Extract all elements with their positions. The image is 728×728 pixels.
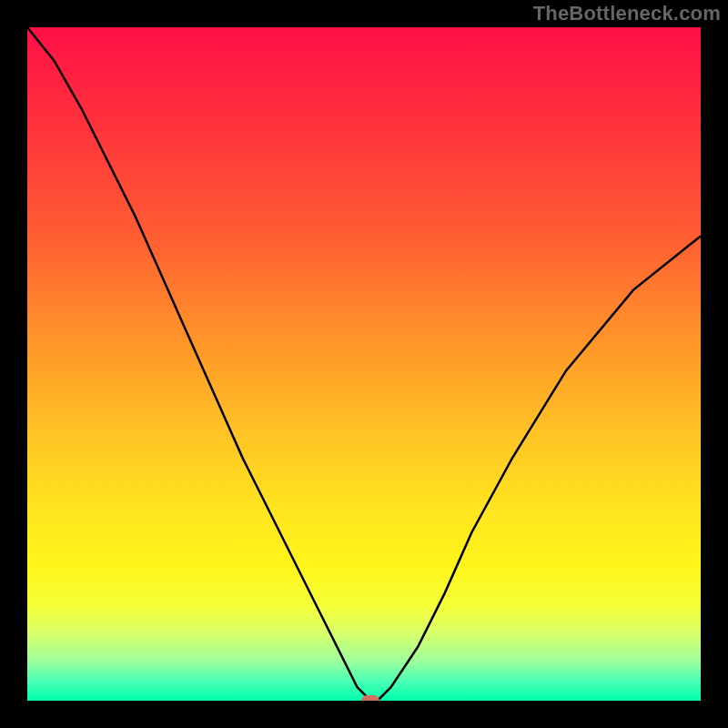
chart-frame: TheBottleneck.com: [0, 0, 728, 728]
plot-area: [27, 27, 701, 701]
bottleneck-curve: [27, 27, 701, 701]
watermark-text: TheBottleneck.com: [533, 2, 721, 25]
optimal-marker: [361, 695, 379, 701]
